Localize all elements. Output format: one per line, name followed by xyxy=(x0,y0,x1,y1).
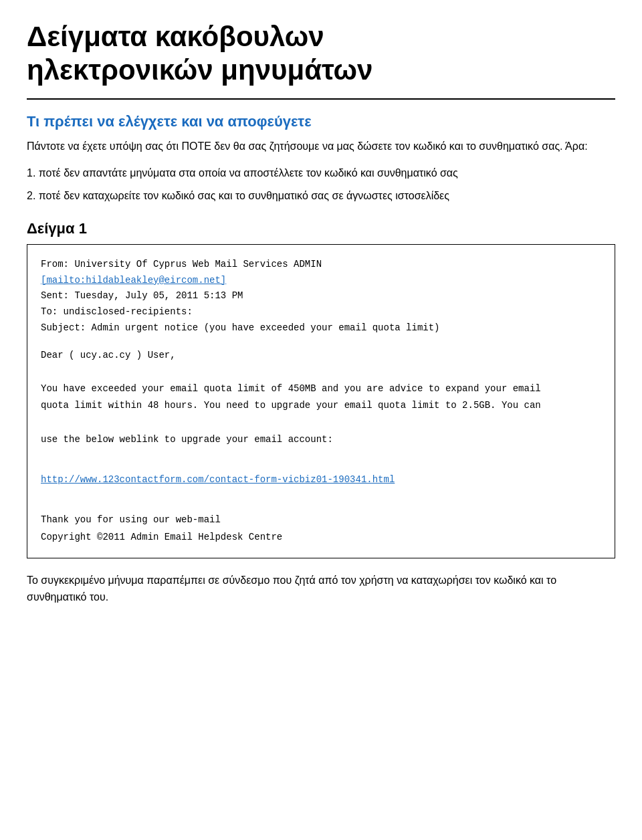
email-weblink[interactable]: http://www.123contactform.com/contact-fo… xyxy=(41,471,601,488)
main-title: Δείγματα κακόβουλων ηλεκτρονικών μηνυμάτ… xyxy=(27,20,615,88)
email-footer2: Copyright ©2011 Admin Email Helpdesk Cen… xyxy=(41,529,601,546)
sample-title: Δείγμα 1 xyxy=(27,220,615,237)
email-body-para3: use the below weblink to upgrade your em… xyxy=(41,431,601,448)
email-body-greeting: Dear ( ucy.ac.cy ) User, xyxy=(41,347,601,364)
email-sent-line: Sent: Tuesday, July 05, 2011 5:13 PM xyxy=(41,288,601,304)
email-subject-line: Subject: Admin urgent notice (you have e… xyxy=(41,320,601,336)
intro-text: Πάντοτε να έχετε υπόψη σας ότι ΠΟΤΕ δεν … xyxy=(27,138,615,154)
email-body: Dear ( ucy.ac.cy ) User, You have exceed… xyxy=(41,347,601,546)
subtitle: Τι πρέπει να ελέγχετε και να αποφεύγετε xyxy=(27,113,615,130)
rules-list: 1. ποτέ δεν απαντάτε μηνύματα στα οποία … xyxy=(27,165,615,204)
list-item-2: 2. ποτέ δεν καταχωρείτε τον κωδικό σας κ… xyxy=(27,188,615,204)
email-sample-box: From: University Of Cyprus Web Mail Serv… xyxy=(27,244,615,558)
title-divider xyxy=(27,98,615,100)
email-to-line: To: undisclosed-recipients: xyxy=(41,304,601,320)
email-from-address[interactable]: [mailto:hildableakley@eircom.net] xyxy=(41,275,226,286)
list-item-1: 1. ποτέ δεν απαντάτε μηνύματα στα οποία … xyxy=(27,165,615,181)
email-body-para2: quota limit within 48 hours. You need to… xyxy=(41,397,601,414)
email-footer1: Thank you for using our web-mail xyxy=(41,512,601,528)
email-body-para1: You have exceeded your email quota limit… xyxy=(41,381,601,397)
email-from-line: From: University Of Cyprus Web Mail Serv… xyxy=(41,257,601,289)
footer-note: Το συγκεκριμένο μήνυμα παραπέμπει σε σύν… xyxy=(27,572,615,606)
